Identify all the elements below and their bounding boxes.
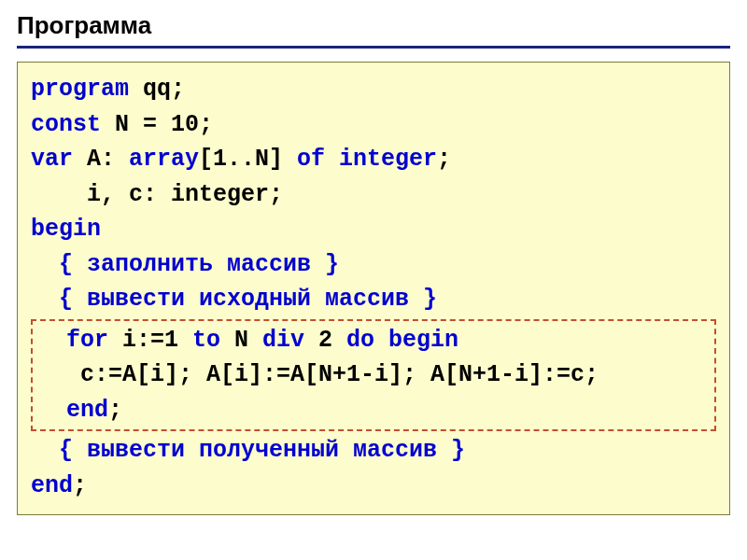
keyword: of integer (297, 146, 437, 173)
keyword: for (38, 327, 108, 354)
code-line: end; (38, 393, 709, 428)
keyword: program (31, 76, 129, 103)
code-text: ; (108, 397, 122, 424)
code-line: var A: array[1..N] of integer; (31, 142, 716, 177)
code-comment: { вывести исходный массив } (31, 282, 716, 317)
code-text: N (220, 327, 262, 354)
code-line: end; (31, 469, 716, 504)
keyword: end (38, 397, 108, 424)
keyword: const (31, 111, 101, 138)
code-line: program qq; (31, 72, 716, 107)
page-title: Программа (17, 11, 730, 49)
code-text: ; (437, 146, 451, 173)
code-text: [1..N] (199, 146, 297, 173)
keyword: var (31, 146, 73, 173)
code-line: for i:=1 to N div 2 do begin (38, 323, 709, 358)
code-text: ; (73, 472, 87, 499)
code-text: N = 10; (101, 111, 213, 138)
keyword: do begin (346, 327, 458, 354)
code-comment: { заполнить массив } (31, 247, 716, 283)
keyword: div (262, 327, 304, 354)
code-block: program qq; const N = 10; var A: array[1… (17, 62, 730, 515)
code-comment: { вывести полученный массив } (31, 433, 716, 469)
keyword: end (31, 472, 73, 499)
code-line: const N = 10; (31, 107, 716, 143)
code-text: 2 (304, 327, 346, 354)
code-line: c:=A[i]; A[i]:=A[N+1-i]; A[N+1-i]:=c; (38, 357, 709, 393)
code-line: begin (31, 212, 716, 247)
code-text: i:=1 (108, 327, 192, 354)
keyword: to (192, 327, 220, 354)
code-text: A: (73, 146, 129, 173)
keyword: array (129, 146, 199, 173)
highlighted-code-block: for i:=1 to N div 2 do begin c:=A[i]; A[… (31, 319, 716, 432)
code-line: i, c: integer; (31, 177, 716, 213)
code-text: qq; (129, 76, 185, 103)
